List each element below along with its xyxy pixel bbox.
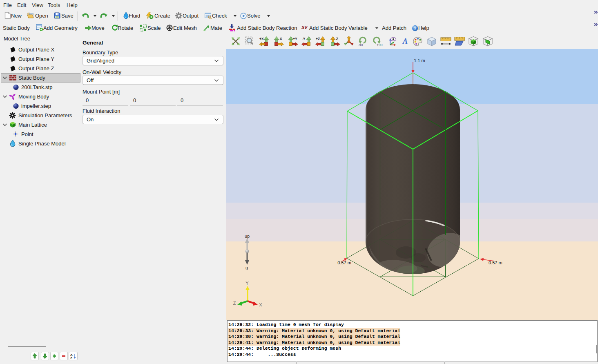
svg-text:1.1 m: 1.1 m — [414, 58, 425, 63]
svg-text:+Z: +Z — [316, 37, 320, 41]
svg-text:+X: +X — [259, 37, 264, 41]
svg-text:-90: -90 — [358, 43, 363, 47]
svg-text:g: g — [245, 265, 248, 270]
svg-text:X: X — [259, 302, 262, 307]
svg-text:up: up — [245, 234, 250, 239]
svg-text:+90: +90 — [377, 43, 383, 47]
svg-text:0.57 m: 0.57 m — [489, 260, 502, 265]
svg-text:-Y: -Y — [302, 37, 306, 41]
svg-text:A: A — [402, 37, 408, 45]
svg-text:-X: -X — [279, 37, 282, 41]
svg-text:0.57 m: 0.57 m — [337, 260, 351, 265]
svg-text:Z: Z — [233, 301, 236, 306]
svg-text:-Z: -Z — [335, 37, 338, 41]
svg-text:+Y: +Y — [293, 37, 297, 41]
svg-text:Z: Z — [70, 356, 72, 360]
svg-text:?: ? — [414, 26, 417, 31]
svg-text:Y: Y — [245, 281, 249, 286]
